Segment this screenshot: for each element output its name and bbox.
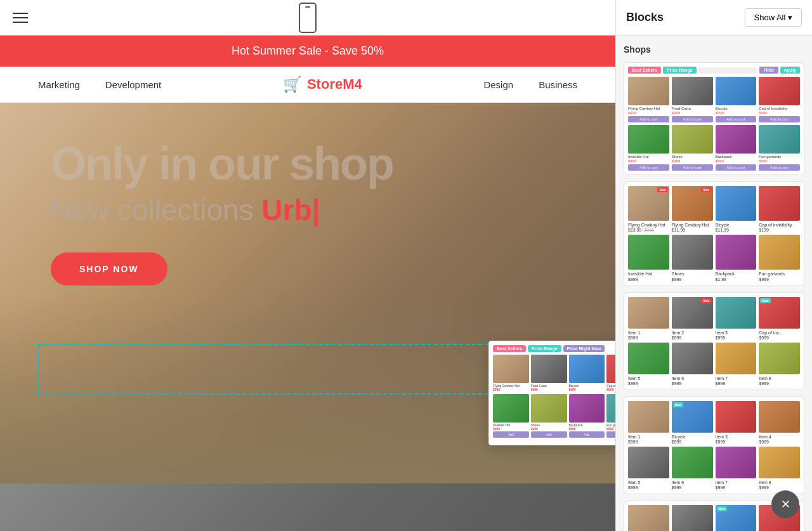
nav-right-links: Design Business <box>483 79 577 90</box>
panel-content[interactable]: Shops Best Sellers Price Range Filter Ap… <box>616 36 812 531</box>
second-section-bg <box>0 483 615 531</box>
bc-item-img-1-6 <box>672 125 713 154</box>
bc-badge-apply-1: Apply <box>780 67 800 74</box>
bc-item-img-2-5 <box>628 235 669 270</box>
hero-section: Only in our shop New collections Urb| SH… <box>0 103 615 483</box>
fp-badge-priceright: Price Right Now <box>563 345 605 352</box>
website-preview: Hot Summer Sale - Save 50% Marketing Dev… <box>0 36 615 531</box>
hamburger-line-3 <box>13 22 28 23</box>
bc-item-3-4: New Cap of inv... $999 <box>759 297 800 340</box>
bc-item-img-1-5 <box>628 125 669 154</box>
device-toggle[interactable] <box>299 3 317 33</box>
bc-item-3-2: Sale Item 2 $999 <box>672 297 713 340</box>
panel-title: Blocks <box>626 11 664 24</box>
bc-item-2-2: Sale Flying Cowboy Hat $11.99 <box>672 186 713 232</box>
close-fab-button[interactable]: ✕ <box>771 490 799 518</box>
bc-item-img-3-6 <box>672 343 713 374</box>
fp-badge-pricerange: Price Range <box>528 345 561 352</box>
bc-grid-1: Flying Cowboy Hat $999 Add to cart Food … <box>628 77 800 171</box>
bc-item-4-2: New Bicycle $999 <box>672 401 713 444</box>
panel-section-shops-label: Shops <box>624 42 804 57</box>
hamburger-line-2 <box>13 17 28 18</box>
bc-item-4-1: Item 1 $999 <box>628 401 669 444</box>
bc-item-img-1-7 <box>716 125 757 154</box>
second-section: Infuse <box>0 483 615 531</box>
bc-badge-filter-1: Filter <box>759 67 778 74</box>
nav-link-business[interactable]: Business <box>539 79 577 90</box>
bc-item-img-4-1 <box>628 401 669 433</box>
logo[interactable]: 🛒 StoreM4 <box>283 75 362 93</box>
fp-item-img-3 <box>569 355 605 383</box>
bc-item-img-3-8 <box>759 343 800 374</box>
hero-content: Only in our shop New collections Urb| SH… <box>0 103 615 324</box>
hero-title: Only in our shop <box>51 141 565 187</box>
nav-bar: Marketing Development 🛒 StoreM4 Design B… <box>0 67 615 103</box>
nav-left-links: Marketing Development <box>38 79 161 90</box>
fp-item-img-8 <box>606 394 615 423</box>
bc-item-2-3: Bicycle $11.99 <box>716 186 757 232</box>
floating-preview-card: Best Sellers Price Range Price Right Now… <box>488 341 615 445</box>
bc-item-1-5: Invisible Hat $999 Add to cart <box>628 125 669 171</box>
bc-item-img-4-3 <box>716 401 757 433</box>
bc-item-img-4-8 <box>759 447 800 478</box>
canvas-area: Hot Summer Sale - Save 50% Marketing Dev… <box>0 0 615 531</box>
bc-item-3-6: Item 6 $999 <box>672 343 713 386</box>
bc-item-img-1-2 <box>672 77 713 105</box>
block-card-4[interactable]: Item 1 $999 New Bicycle $999 <box>624 397 804 494</box>
nav-link-design[interactable]: Design <box>483 79 513 90</box>
hamburger-menu[interactable] <box>13 13 28 23</box>
bc-item-1-7: Backpack $999 Add to cart <box>716 125 757 171</box>
bc-item-4-8: Item 8 $999 <box>759 447 800 490</box>
block-card-3[interactable]: Item 1 $999 Sale Item 2 $999 <box>624 292 804 390</box>
hero-subtitle: New collections Urb| <box>51 193 565 227</box>
hero-cta-button[interactable]: SHOP NOW <box>51 252 167 285</box>
bc-item-5-2: Food Carta $999 <box>672 505 713 531</box>
bc-item-img-2-7 <box>716 235 757 270</box>
fp-item-img-1 <box>493 355 529 383</box>
bc-item-1-2: Food Carta $999 Add to cart <box>672 77 713 122</box>
bc-item-4-6: Item 6 $999 <box>672 447 713 490</box>
phone-icon <box>299 3 317 33</box>
logo-text: StoreM4 <box>307 76 362 93</box>
bc-item-2-4: Cap of invisibility $199 <box>759 186 800 232</box>
bc-item-img-1-3 <box>716 77 757 105</box>
bc-item-4-5: Item 5 $999 <box>628 447 669 490</box>
fp-item-img-4 <box>606 355 615 383</box>
fp-item-3: Bicycle $999 <box>569 355 605 391</box>
bc-grid-2: Sale Flying Cowboy Hat $13.99 $999 Sale … <box>628 186 800 281</box>
fp-item-7: Backpack $999 Add <box>569 394 605 438</box>
fp-product-grid: Flying Cowboy Hat $999 Food Carta $999 B… <box>493 355 615 391</box>
fp-item-img-5 <box>493 394 529 423</box>
bc-item-img-1-4 <box>759 77 800 105</box>
bc-input-1 <box>698 67 758 74</box>
nav-link-marketing[interactable]: Marketing <box>38 79 80 90</box>
bc-item-img-3-1 <box>628 297 669 329</box>
bc-item-img-5-1 <box>628 505 669 531</box>
bc-item-1-1: Flying Cowboy Hat $999 Add to cart <box>628 77 669 122</box>
bc-item-img-4-4 <box>759 401 800 433</box>
logo-icon: 🛒 <box>283 75 302 93</box>
fp-product-grid-2: Invisible Hat $999 Add Shoes $999 Add <box>493 394 615 438</box>
bc-item-img-5-2 <box>672 505 713 531</box>
bc-item-img-2-4 <box>759 186 800 221</box>
show-all-button[interactable]: Show All ▾ <box>745 8 802 27</box>
bc-item-3-5: Item 5 $999 <box>628 343 669 386</box>
top-toolbar <box>0 0 615 36</box>
bc-item-4-7: Item 7 $999 <box>716 447 757 490</box>
fp-item-8: Fun garlands $999 Add <box>606 394 615 438</box>
fp-top-bar: Best Sellers Price Range Price Right Now <box>493 345 615 352</box>
bc-item-img-2-8 <box>759 235 800 270</box>
bc-item-2-1: Sale Flying Cowboy Hat $13.99 $999 <box>628 186 669 232</box>
bc-item-img-1-1 <box>628 77 669 105</box>
bc-item-3-8: Item 8 $999 <box>759 343 800 386</box>
bc-badge-pricerange-1: Price Range <box>663 67 696 74</box>
block-card-1[interactable]: Best Sellers Price Range Filter Apply Fl… <box>624 62 804 175</box>
fp-item-2: Food Carta $999 <box>531 355 567 391</box>
block-card-2[interactable]: Sale Flying Cowboy Hat $13.99 $999 Sale … <box>624 181 804 285</box>
nav-link-development[interactable]: Development <box>105 79 161 90</box>
hamburger-line-1 <box>13 13 28 14</box>
close-icon: ✕ <box>781 497 790 511</box>
hero-subtitle-start: New collections <box>51 193 261 226</box>
bc-item-img-3-3 <box>716 297 757 329</box>
fp-item-img-6 <box>531 394 567 423</box>
